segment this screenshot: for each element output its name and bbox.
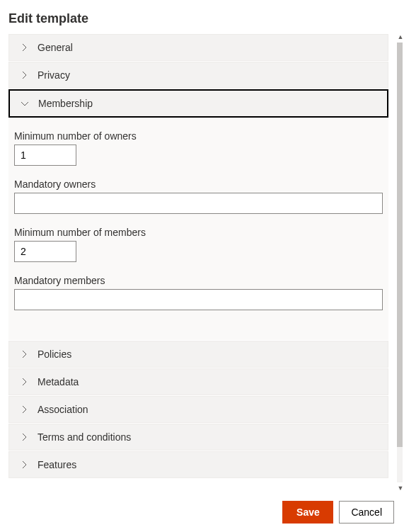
chevron-right-icon xyxy=(19,70,29,80)
scroll-area: General Privacy Membership Minimum numbe… xyxy=(0,34,404,491)
input-mandatory-members[interactable] xyxy=(14,289,383,310)
scroll-down-icon[interactable]: ▼ xyxy=(397,485,404,491)
accordion-label-privacy: Privacy xyxy=(37,69,70,81)
scroll-up-icon[interactable]: ▲ xyxy=(397,34,404,40)
input-min-owners[interactable] xyxy=(14,145,76,166)
label-mandatory-owners: Mandatory owners xyxy=(14,179,383,190)
cancel-button[interactable]: Cancel xyxy=(339,501,394,523)
accordion-header-terms[interactable]: Terms and conditions xyxy=(8,424,388,451)
label-mandatory-members: Mandatory members xyxy=(14,275,383,286)
label-min-members: Minimum number of members xyxy=(14,227,383,238)
accordion-panels: General Privacy Membership Minimum numbe… xyxy=(0,34,397,491)
accordion-terms: Terms and conditions xyxy=(8,424,388,451)
scrollbar-thumb[interactable] xyxy=(397,43,403,447)
accordion-header-metadata[interactable]: Metadata xyxy=(8,368,388,395)
chevron-right-icon xyxy=(19,43,29,52)
footer: Save Cancel xyxy=(0,492,404,532)
accordion-association: Association xyxy=(8,396,388,423)
save-button[interactable]: Save xyxy=(282,501,333,523)
accordion-header-policies[interactable]: Policies xyxy=(8,341,388,368)
accordion-header-features[interactable]: Features xyxy=(8,451,388,478)
accordion-membership: Membership Minimum number of owners Mand… xyxy=(8,89,388,340)
field-mandatory-owners: Mandatory owners xyxy=(14,179,383,214)
accordion-label-association: Association xyxy=(37,404,88,415)
chevron-right-icon xyxy=(19,349,29,359)
accordion-body-membership: Minimum number of owners Mandatory owner… xyxy=(8,118,388,340)
label-min-owners: Minimum number of owners xyxy=(14,130,383,142)
input-mandatory-owners[interactable] xyxy=(14,193,383,214)
field-min-members: Minimum number of members xyxy=(14,227,383,262)
chevron-down-icon xyxy=(20,98,30,108)
accordion-policies: Policies xyxy=(8,341,388,368)
accordion-header-general[interactable]: General xyxy=(8,34,388,61)
accordion-label-terms: Terms and conditions xyxy=(37,431,131,443)
accordion-general: General xyxy=(8,34,388,61)
accordion-label-membership: Membership xyxy=(38,98,93,109)
accordion-label-metadata: Metadata xyxy=(37,376,79,387)
chevron-right-icon xyxy=(19,377,29,387)
input-min-members[interactable] xyxy=(14,241,76,262)
field-min-owners: Minimum number of owners xyxy=(14,130,383,166)
chevron-right-icon xyxy=(19,460,29,470)
chevron-right-icon xyxy=(19,404,29,414)
accordion-label-features: Features xyxy=(37,459,76,470)
accordion-header-privacy[interactable]: Privacy xyxy=(8,62,388,89)
scrollbar-track[interactable] xyxy=(397,43,403,482)
accordion-privacy: Privacy xyxy=(8,62,388,89)
page-title: Edit template xyxy=(0,0,404,35)
accordion-features: Features xyxy=(8,451,388,478)
accordion-label-general: General xyxy=(37,42,73,53)
accordion-header-association[interactable]: Association xyxy=(8,396,388,423)
chevron-right-icon xyxy=(19,432,29,442)
accordion-metadata: Metadata xyxy=(8,368,388,395)
accordion-label-policies: Policies xyxy=(37,349,71,360)
field-mandatory-members: Mandatory members xyxy=(14,275,383,310)
scrollbar[interactable]: ▲ ▼ xyxy=(397,34,404,491)
accordion-header-membership[interactable]: Membership xyxy=(8,89,388,118)
